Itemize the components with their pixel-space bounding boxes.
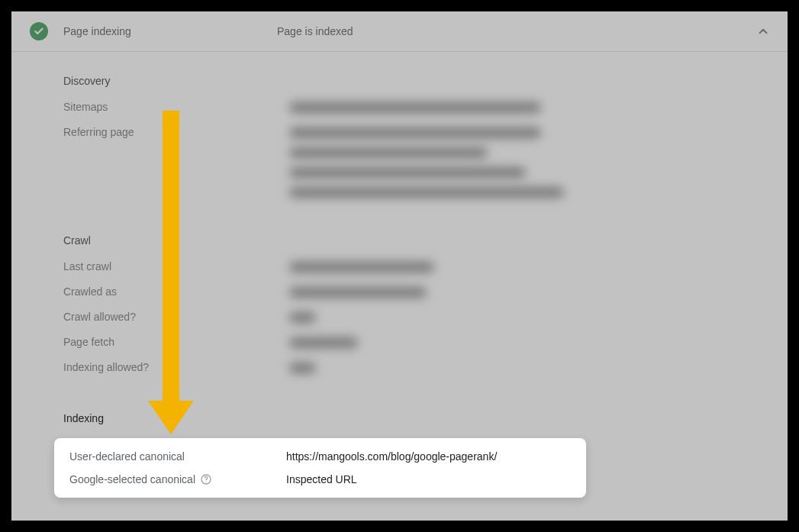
page-fetch-value bbox=[289, 336, 358, 352]
indexing-allowed-label: Indexing allowed? bbox=[63, 361, 289, 373]
last-crawl-label: Last crawl bbox=[63, 260, 289, 272]
last-crawl-row: Last crawl bbox=[63, 260, 769, 276]
header-title: Page indexing bbox=[63, 25, 277, 37]
check-circle-icon bbox=[30, 22, 48, 40]
indexing-highlight-card: User-declared canonical https://mangools… bbox=[54, 438, 586, 498]
crawl-allowed-value bbox=[289, 311, 316, 327]
redacted-value bbox=[289, 262, 434, 272]
crawl-allowed-label: Crawl allowed? bbox=[63, 311, 289, 323]
indexing-section-title: Indexing bbox=[63, 412, 769, 424]
redacted-value bbox=[289, 167, 526, 178]
indexing-allowed-value bbox=[289, 361, 316, 377]
user-canonical-label: User-declared canonical bbox=[69, 450, 286, 463]
redacted-value bbox=[289, 102, 541, 113]
redacted-value bbox=[289, 187, 564, 198]
panel-content: Discovery Sitemaps Referring page Crawl … bbox=[11, 52, 788, 513]
help-icon[interactable] bbox=[200, 473, 212, 485]
user-canonical-row: User-declared canonical https://mangools… bbox=[69, 450, 571, 463]
referring-page-row: Referring page bbox=[63, 126, 769, 199]
crawled-as-label: Crawled as bbox=[63, 285, 289, 298]
sitemaps-label: Sitemaps bbox=[63, 101, 289, 113]
crawl-section-title: Crawl bbox=[63, 234, 769, 247]
google-canonical-row: Google-selected canonical Inspected URL bbox=[69, 473, 571, 485]
sitemaps-value bbox=[289, 101, 541, 117]
crawled-as-value bbox=[289, 285, 427, 301]
page-indexing-panel: Page indexing Page is indexed Discovery … bbox=[11, 11, 788, 521]
redacted-value bbox=[289, 363, 316, 373]
google-canonical-value: Inspected URL bbox=[286, 473, 357, 485]
header-status: Page is indexed bbox=[277, 25, 353, 37]
redacted-value bbox=[289, 287, 427, 298]
page-fetch-row: Page fetch bbox=[63, 336, 769, 352]
redacted-value bbox=[289, 312, 316, 323]
referring-page-label: Referring page bbox=[63, 126, 289, 138]
redacted-value bbox=[289, 127, 541, 138]
crawled-as-row: Crawled as bbox=[63, 285, 769, 301]
sitemaps-row: Sitemaps bbox=[63, 101, 769, 117]
crawl-allowed-row: Crawl allowed? bbox=[63, 311, 769, 327]
indexing-allowed-row: Indexing allowed? bbox=[63, 361, 769, 377]
google-canonical-label-text: Google-selected canonical bbox=[69, 473, 195, 485]
redacted-value bbox=[289, 147, 488, 158]
panel-header: Page indexing Page is indexed bbox=[11, 11, 788, 52]
redacted-value bbox=[289, 337, 358, 348]
svg-point-1 bbox=[205, 482, 206, 482]
google-canonical-label: Google-selected canonical bbox=[69, 473, 286, 485]
page-fetch-label: Page fetch bbox=[63, 336, 289, 348]
discovery-section-title: Discovery bbox=[63, 75, 769, 87]
referring-page-value bbox=[289, 126, 564, 199]
last-crawl-value bbox=[289, 260, 434, 276]
user-canonical-value: https://mangools.com/blog/google-pageran… bbox=[286, 450, 497, 463]
collapse-button[interactable] bbox=[754, 22, 772, 40]
